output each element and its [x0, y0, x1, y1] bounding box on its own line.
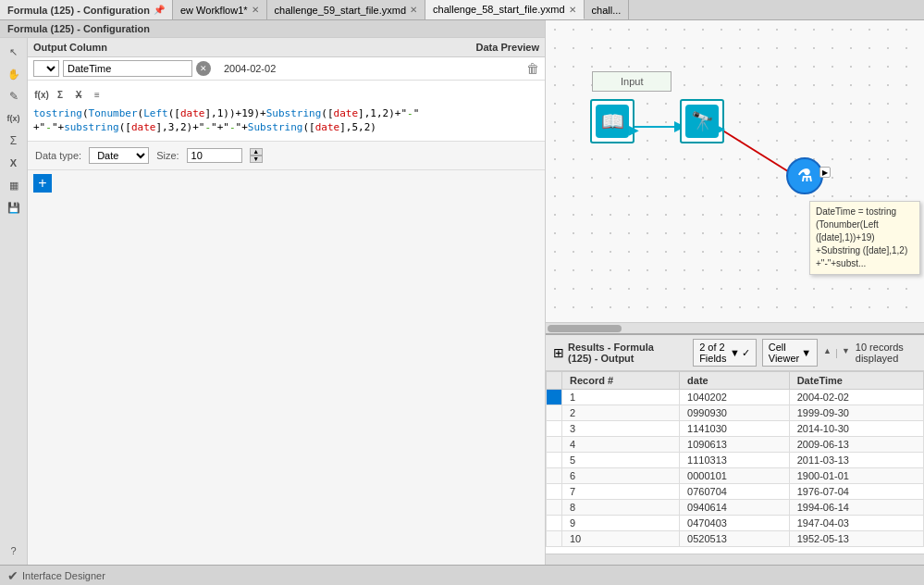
table-row: 707607041976-07-04	[547, 484, 924, 500]
icon-sidebar: ↖ ✋ ✎ f(x) Σ X ▦ 💾 ?	[0, 38, 28, 565]
fields-dropdown-icon: ▼	[730, 347, 740, 358]
tooltip-text: DateTime = tostring (Tonumber(Left ([dat…	[816, 206, 907, 268]
fields-selector-button[interactable]: 2 of 2 Fields ▼ ✓	[693, 339, 757, 367]
scrollbar-thumb[interactable]	[548, 325, 622, 332]
fx-icon[interactable]: f(x)	[33, 86, 50, 103]
table-row: 209909301999-09-30	[547, 405, 924, 421]
cell-record: 4	[562, 437, 680, 453]
hand-tool[interactable]: ✋	[4, 64, 24, 84]
results-controls: 2 of 2 Fields ▼ ✓ Cell Viewer ▼ ▲ | ▼ 10…	[693, 339, 917, 367]
binoculars-node-box[interactable]: 🔭	[680, 99, 724, 143]
close-icon[interactable]: ✕	[252, 5, 259, 15]
book-node[interactable]: 📖	[590, 99, 634, 143]
formula-area[interactable]: f(x) Σ X ≡ tostring(Tonumber(Left([date]…	[28, 81, 545, 142]
binoculars-node[interactable]: 🔭	[680, 99, 724, 143]
row-indicator	[547, 421, 562, 437]
input-label: Input	[592, 71, 671, 92]
field-name-input[interactable]	[63, 60, 192, 77]
col-record[interactable]: Record #	[562, 372, 680, 390]
sort-divider: |	[835, 347, 838, 358]
book-node-box[interactable]: 📖	[590, 99, 634, 143]
row-indicator	[547, 500, 562, 516]
cell-datetime: 1952-05-13	[789, 531, 923, 547]
arrow-connector: ▶	[629, 122, 639, 137]
cell-date: 0470403	[680, 516, 790, 531]
size-label: Size:	[156, 150, 179, 161]
question-icon[interactable]: ?	[4, 541, 24, 561]
pencil-tool[interactable]: ✎	[4, 86, 24, 106]
results-header: ⊞ Results - Formula (125) - Output 2 of …	[546, 335, 924, 371]
row-indicator	[547, 484, 562, 500]
row-indicator	[547, 437, 562, 453]
connection-lines	[546, 20, 924, 322]
size-input[interactable]	[187, 148, 242, 163]
sigma-tool[interactable]: Σ	[4, 131, 24, 151]
add-field-button[interactable]: +	[33, 174, 52, 193]
tab-workflow1[interactable]: ew Workflow1* ✕	[173, 0, 267, 19]
col-date[interactable]: date	[680, 372, 790, 390]
formula-toolbar: f(x) Σ X ≡	[33, 86, 539, 103]
cell-record: 7	[562, 484, 680, 500]
node-output-port[interactable]: ▶	[819, 167, 831, 178]
x-tool[interactable]: X	[4, 153, 24, 173]
results-table: Record # date DateTime 110402022004-02-0…	[546, 371, 924, 547]
sort-controls: ▲ | ▼	[823, 347, 850, 358]
size-spinner[interactable]: ▲ ▼	[250, 148, 263, 163]
close-icon[interactable]: ✕	[410, 5, 417, 15]
sigma-icon[interactable]: Σ	[52, 86, 68, 103]
menu-icon[interactable]: ≡	[89, 86, 105, 103]
clear-field-button[interactable]: ✕	[196, 61, 211, 76]
cell-date: 0760704	[680, 484, 790, 500]
delete-field-button[interactable]: 🗑	[526, 61, 539, 76]
cell-datetime: 1994-06-14	[789, 500, 923, 516]
cell-date: 0940614	[680, 500, 790, 516]
results-table-container[interactable]: Record # date DateTime 110402022004-02-0…	[546, 371, 924, 554]
sort-up-icon[interactable]: ▲	[823, 347, 832, 358]
formula-node[interactable]: ⚗ ▶	[786, 157, 823, 194]
tab-challenge58[interactable]: challenge_58_start_file.yxmd ✕	[425, 0, 584, 19]
field-type-dropdown[interactable]: ▼	[33, 60, 59, 77]
cell-viewer-button[interactable]: Cell Viewer ▼	[762, 339, 818, 367]
results-panel: ⊞ Results - Formula (125) - Output 2 of …	[546, 333, 924, 565]
cell-datetime: 2011-03-13	[789, 453, 923, 468]
close-icon[interactable]: ✕	[569, 5, 576, 15]
cell-record: 8	[562, 500, 680, 516]
output-column-header: Output Column	[33, 42, 395, 53]
formula-title-text: Formula (125) - Configuration	[7, 23, 150, 34]
tab-formula[interactable]: Formula (125) - Configuration 📌	[0, 0, 173, 19]
cell-date: 0000101	[680, 468, 790, 484]
sort-down-icon[interactable]: ▼	[842, 347, 850, 358]
canvas-scrollbar[interactable]	[546, 322, 924, 333]
results-title-area: ⊞ Results - Formula (125) - Output	[553, 342, 678, 364]
workflow-canvas[interactable]: Input 📖 ▶ 🔭 ▶ ⚗ ▶	[546, 20, 924, 322]
formula-header: Output Column Data Preview	[28, 38, 545, 57]
tab-challenge59[interactable]: challenge_59_start_file.yxmd ✕	[267, 0, 425, 19]
col-datetime[interactable]: DateTime	[789, 372, 923, 390]
x-crossout-icon[interactable]: X	[70, 86, 87, 103]
formula-fx-tool[interactable]: f(x)	[4, 108, 24, 129]
cell-record: 2	[562, 405, 680, 421]
spinner-down[interactable]: ▼	[250, 156, 263, 163]
results-scrollbar[interactable]	[546, 554, 924, 565]
table-row: 904704031947-04-03	[547, 516, 924, 531]
formula-node-icon[interactable]: ⚗	[786, 157, 823, 194]
spinner-up[interactable]: ▲	[250, 148, 263, 156]
formula-expression[interactable]: tostring(Tonumber(Left([date],1))+19)+Su…	[33, 106, 539, 135]
results-grid-icon: ⊞	[553, 345, 564, 360]
table-row: 311410302014-10-30	[547, 421, 924, 437]
cell-record: 5	[562, 453, 680, 468]
viewer-label: Cell Viewer	[769, 342, 799, 364]
cell-date: 0520513	[680, 531, 790, 547]
row-indicator	[547, 405, 562, 421]
cell-date: 1040202	[680, 390, 790, 405]
cursor-tool[interactable]: ↖	[4, 42, 24, 62]
datatype-select[interactable]: Date String Integer	[89, 147, 149, 164]
tab-chall[interactable]: chall...	[585, 0, 630, 19]
book-icon: 📖	[596, 105, 629, 138]
cell-datetime: 2014-10-30	[789, 421, 923, 437]
grid-tool[interactable]: ▦	[4, 175, 24, 195]
save-tool[interactable]: 💾	[4, 197, 24, 218]
cell-datetime: 1976-07-04	[789, 484, 923, 500]
row-indicator	[547, 468, 562, 484]
svg-line-1	[717, 127, 791, 173]
